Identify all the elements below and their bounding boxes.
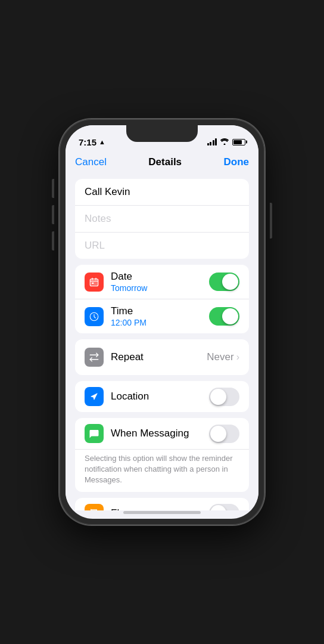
- time-toggle-thumb: [222, 308, 238, 324]
- flag-icon: [89, 508, 99, 510]
- svg-rect-0: [90, 278, 98, 286]
- messaging-toggle[interactable]: [209, 425, 239, 443]
- task-title-input[interactable]: [85, 186, 239, 198]
- flag-toggle-thumb: [210, 505, 226, 510]
- location-arrow-icon: ▲: [99, 138, 105, 145]
- notes-placeholder: Notes: [85, 213, 111, 224]
- wifi-icon: [220, 138, 229, 147]
- flag-card: Flag: [75, 498, 249, 510]
- status-time: 7:15: [79, 137, 96, 147]
- repeat-row[interactable]: Repeat Never ›: [75, 339, 249, 375]
- location-icon-box: [85, 387, 104, 406]
- time-toggle[interactable]: [209, 307, 239, 326]
- phone-screen: 7:15 ▲: [66, 125, 258, 519]
- flag-label: Flag: [111, 507, 209, 510]
- signal-bars: [207, 138, 217, 145]
- nav-bar: Cancel Details Done: [66, 151, 258, 174]
- messaging-toggle-thumb: [210, 426, 226, 442]
- date-row[interactable]: Date Tomorrow: [75, 265, 249, 299]
- time-label: Time: [111, 305, 209, 317]
- content-area: Notes URL: [66, 174, 258, 510]
- date-label: Date: [111, 271, 209, 283]
- date-icon-box: [85, 273, 104, 292]
- messaging-icon-box: [85, 424, 104, 443]
- location-icon: [89, 391, 99, 402]
- url-placeholder: URL: [85, 240, 105, 251]
- svg-rect-5: [92, 282, 94, 283]
- date-label-group: Date Tomorrow: [111, 271, 209, 293]
- date-toggle[interactable]: [209, 273, 239, 291]
- repeat-icon: [89, 352, 99, 363]
- clock-icon: [89, 311, 99, 322]
- signal-bar-1: [207, 143, 209, 145]
- time-label-group: Time 12:00 PM: [111, 305, 209, 327]
- location-label-group: Location: [111, 391, 209, 402]
- flag-row[interactable]: Flag: [75, 498, 249, 510]
- signal-bar-3: [213, 140, 214, 145]
- home-indicator: [123, 511, 201, 514]
- calendar-icon: [89, 277, 99, 287]
- repeat-icon-box: [85, 348, 104, 367]
- flag-toggle[interactable]: [209, 504, 239, 510]
- notes-row[interactable]: Notes: [75, 206, 249, 233]
- time-icon-box: [85, 307, 104, 326]
- signal-bar-2: [210, 142, 211, 145]
- repeat-value: Never: [207, 351, 233, 363]
- status-icons: [207, 138, 246, 147]
- location-toggle[interactable]: [209, 388, 239, 406]
- nav-title: Details: [148, 156, 182, 168]
- repeat-chevron: ›: [236, 352, 239, 363]
- location-card: Location: [75, 381, 249, 412]
- messaging-label-group: When Messaging: [111, 428, 209, 439]
- task-info-card: Notes URL: [75, 179, 249, 259]
- time-row[interactable]: Time 12:00 PM: [75, 299, 249, 333]
- messaging-description: Selecting this option will show the remi…: [75, 450, 249, 492]
- messaging-row[interactable]: When Messaging: [75, 418, 249, 450]
- message-icon: [89, 428, 99, 439]
- time-value: 12:00 PM: [111, 318, 209, 327]
- url-row[interactable]: URL: [75, 233, 249, 259]
- location-label: Location: [111, 391, 209, 402]
- battery-icon: [232, 139, 245, 145]
- phone-frame: 7:15 ▲: [60, 119, 264, 525]
- flag-icon-box: [85, 504, 104, 510]
- repeat-label: Repeat: [111, 351, 207, 363]
- title-row[interactable]: [75, 179, 249, 206]
- notch: [126, 125, 198, 142]
- battery-fill: [233, 140, 242, 144]
- flag-label-group: Flag: [111, 507, 209, 510]
- date-value: Tomorrow: [111, 283, 209, 293]
- done-button[interactable]: Done: [223, 156, 249, 168]
- messaging-label: When Messaging: [111, 428, 209, 439]
- repeat-card: Repeat Never ›: [75, 339, 249, 375]
- repeat-value-group: Never ›: [207, 351, 239, 363]
- datetime-card: Date Tomorrow Time: [75, 265, 249, 333]
- date-toggle-thumb: [222, 274, 238, 290]
- cancel-button[interactable]: Cancel: [75, 156, 107, 168]
- messaging-card: When Messaging Selecting this option wil…: [75, 418, 249, 492]
- signal-bar-4: [215, 138, 217, 145]
- location-toggle-thumb: [210, 389, 226, 405]
- location-row[interactable]: Location: [75, 381, 249, 412]
